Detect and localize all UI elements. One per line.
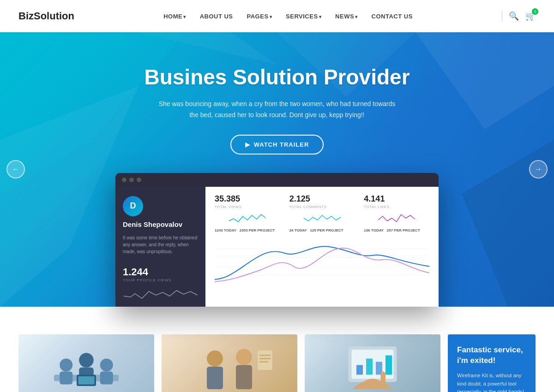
profile-views-number: 1.244 <box>123 266 198 278</box>
svg-rect-16 <box>100 371 113 384</box>
card-business-advising: Business Advising The kit consists more … <box>18 334 154 392</box>
profile-views-label: YOUR PROFILE VIEWS <box>123 278 198 282</box>
svg-rect-23 <box>258 350 272 370</box>
dashboard-mockup: D Denis Shepovalov It was some time befo… <box>115 173 439 307</box>
chevron-down-icon: ▾ <box>183 14 186 19</box>
next-slide-button[interactable]: → <box>529 160 548 178</box>
play-icon: ▶ <box>245 141 250 148</box>
nav-link-news[interactable]: NEWS▾ <box>335 13 358 20</box>
cards-row: Business Advising The kit consists more … <box>18 334 536 392</box>
stat-sub-comments: 24 TODAY 125 PER PROJECT <box>289 228 355 232</box>
stat-total-views: 35.385 TOTAL VIEWS 1243 TODAY 2353 PER P… <box>215 194 280 232</box>
svg-point-15 <box>100 358 113 371</box>
profile-name: Denis Shepovalov <box>123 220 198 229</box>
nav-item-contact[interactable]: CONTACT US <box>372 12 413 20</box>
card-market-analysis: Market Analysis The kit consists more th… <box>162 334 297 392</box>
brand-logo[interactable]: BizSolution <box>18 10 74 22</box>
hero-content: Busines Solution Provider She was bounci… <box>135 65 419 154</box>
stat-label-comments: TOTAL COMMENTS <box>289 205 355 209</box>
svg-rect-18 <box>78 376 95 385</box>
stat-sub-views: 1243 TODAY 2353 PER PROJECT <box>215 228 280 232</box>
svg-rect-32 <box>385 355 392 374</box>
browser-inner: D Denis Shepovalov It was some time befo… <box>115 187 439 307</box>
hero-subtitle: She was bouncing away, when a cry from t… <box>157 99 397 121</box>
nav-link-pages[interactable]: PAGES▾ <box>247 13 272 20</box>
nav-link-services[interactable]: SERVICES▾ <box>286 13 321 20</box>
card-image-business <box>18 334 154 392</box>
chevron-left-icon: ← <box>12 165 19 173</box>
chevron-down-icon: ▾ <box>270 14 272 19</box>
stat-total-comments: 2.125 TOTAL COMMENTS 24 TODAY 125 PER PR… <box>289 194 355 232</box>
svg-marker-2 <box>416 32 554 129</box>
svg-rect-33 <box>381 371 386 386</box>
big-chart <box>215 239 429 285</box>
card-image-market <box>162 334 297 392</box>
card-investment-plan: Investment Plan The kit consists more th… <box>305 334 440 392</box>
mini-chart-views <box>215 212 280 225</box>
cart-button[interactable]: 🛒 0 <box>525 11 536 21</box>
browser-bar <box>115 173 439 187</box>
nav-link-about[interactable]: ABOUT US <box>200 13 233 20</box>
search-icon: 🔍 <box>509 12 519 21</box>
nav-item-home[interactable]: HOME▾ <box>163 12 186 20</box>
dashboard-sidebar: D Denis Shepovalov It was some time befo… <box>115 187 205 307</box>
nav-links: HOME▾ ABOUT US PAGES▾ SERVICES▾ NEWS▾ CO <box>163 12 413 20</box>
stat-num-likes: 4.141 <box>364 194 429 204</box>
stat-num-comments: 2.125 <box>289 194 355 204</box>
svg-rect-20 <box>207 367 223 389</box>
cta-card: Fantastic service, i'm exited! Wireframe… <box>448 334 536 392</box>
stat-num-views: 35.385 <box>215 194 280 204</box>
nav-link-contact[interactable]: CONTACT US <box>372 13 413 20</box>
cta-card-title: Fantastic service, i'm exited! <box>457 344 526 367</box>
chevron-down-icon: ▾ <box>355 14 358 19</box>
nav-link-home[interactable]: HOME▾ <box>163 13 186 20</box>
hero-title: Busines Solution Provider <box>144 65 409 89</box>
prev-slide-button[interactable]: ← <box>6 160 25 178</box>
browser-dot-yellow <box>129 178 134 182</box>
stat-label-views: TOTAL VIEWS <box>215 205 280 209</box>
svg-rect-22 <box>236 365 252 389</box>
browser-window: D Denis Shepovalov It was some time befo… <box>115 173 439 307</box>
services-section: Business Advising The kit consists more … <box>0 307 554 392</box>
search-button[interactable]: 🔍 <box>509 11 519 21</box>
chevron-down-icon: ▾ <box>319 14 322 19</box>
svg-point-21 <box>236 349 252 365</box>
profile-sparkline <box>123 287 198 301</box>
stats-row: 35.385 TOTAL VIEWS 1243 TODAY 2353 PER P… <box>215 194 429 232</box>
stat-total-likes: 4.141 TOTAL LIKES 136 TODAY 257 PER PROJ… <box>364 194 429 232</box>
svg-point-19 <box>207 350 223 367</box>
navbar: BizSolution HOME▾ ABOUT US PAGES▾ SERVIC… <box>0 0 554 32</box>
mini-chart-comments <box>289 212 355 225</box>
browser-dot-green <box>137 178 141 182</box>
browser-dot-red <box>122 178 126 182</box>
profile-description: It was some time before he obtained any … <box>123 234 198 255</box>
watch-trailer-button[interactable]: ▶ WATCH TRAILER <box>230 135 324 154</box>
stat-label-likes: TOTAL LIKES <box>364 205 429 209</box>
cart-badge: 0 <box>532 8 538 15</box>
profile-avatar: D <box>123 196 143 216</box>
svg-rect-30 <box>366 358 373 374</box>
dashboard-main: 35.385 TOTAL VIEWS 1243 TODAY 2353 PER P… <box>205 187 439 307</box>
hero-section: ← → Busines Solution Provider She was bo… <box>0 32 554 307</box>
chevron-right-icon: → <box>535 165 542 173</box>
nav-item-services[interactable]: SERVICES▾ <box>286 12 321 20</box>
svg-rect-29 <box>356 365 363 374</box>
svg-point-13 <box>79 353 94 368</box>
cta-card-description: Wireframe Kit is, without any kind doubt… <box>457 372 526 392</box>
nav-item-pages[interactable]: PAGES▾ <box>247 12 272 20</box>
nav-item-news[interactable]: NEWS▾ <box>335 12 358 20</box>
svg-point-11 <box>60 358 72 371</box>
svg-rect-12 <box>60 371 72 384</box>
nav-item-about[interactable]: ABOUT US <box>200 12 233 20</box>
card-image-invest <box>305 334 440 392</box>
stat-sub-likes: 136 TODAY 257 PER PROJECT <box>364 228 429 232</box>
nav-divider <box>502 11 502 22</box>
mini-chart-likes <box>364 212 429 225</box>
